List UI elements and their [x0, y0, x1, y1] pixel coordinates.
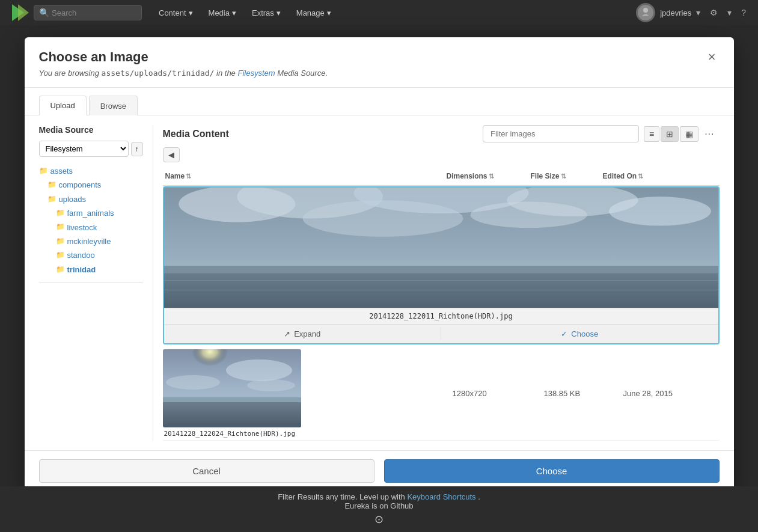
- tab-browse[interactable]: Browse: [89, 96, 138, 115]
- sidebar-divider: [39, 283, 143, 283]
- modal-tabs: Upload Browse: [25, 88, 734, 115]
- content-wrapper: Media Content ≡ ⊞ ▦ ···: [163, 125, 720, 441]
- more-options-button[interactable]: ···: [700, 126, 719, 142]
- nav-right: jpdevries ▾ ⚙ ▾ ?: [636, 3, 751, 22]
- tree-node-farm-animals: 📁 farm_animals: [56, 206, 143, 220]
- column-header-name[interactable]: Name: [165, 172, 447, 180]
- github-text: Eureka is on Github: [344, 501, 413, 510]
- folder-icon: 📁: [56, 221, 65, 234]
- source-sort-button[interactable]: ↑: [131, 142, 143, 156]
- list-view-button[interactable]: ≡: [644, 126, 659, 142]
- image-item-1: 20141228_122024_Richtone(HDR).jpg 1280x7…: [163, 347, 720, 441]
- back-icon: ◀: [168, 150, 174, 159]
- modal-header: Choose an Image You are browsing assets/…: [25, 37, 734, 88]
- sidebar-title: Media Source: [39, 125, 143, 135]
- nav-extras[interactable]: Extras ▾: [245, 5, 288, 21]
- image-list: 20141228_122011_Richtone(HDR).jpg ↗ Expa…: [163, 186, 720, 441]
- source-select[interactable]: Filesystem: [39, 141, 129, 157]
- nav-manage[interactable]: Manage ▾: [289, 5, 338, 21]
- image-item-0: 20141228_122011_Richtone(HDR).jpg ↗ Expa…: [163, 186, 720, 344]
- modal-close-button[interactable]: ×: [705, 49, 720, 65]
- content-top: Media Content ≡ ⊞ ▦ ···: [163, 125, 720, 142]
- expand-icon: ↗: [284, 329, 290, 338]
- folder-icon: 📁: [56, 249, 65, 262]
- username: jpdevries: [660, 8, 691, 17]
- svg-rect-17: [163, 400, 301, 427]
- image-actions-0: ↗ Expand ✓ Choose: [164, 324, 718, 343]
- choose-final-button[interactable]: Choose: [384, 459, 720, 483]
- grid-view-button[interactable]: ⊞: [661, 126, 679, 142]
- tree-children-uploads: 📁 farm_animals 📁 livestock 📁 mckinleyvil…: [47, 206, 143, 277]
- nav-media[interactable]: Media ▾: [201, 5, 243, 21]
- tree-node-assets: 📁 assets: [39, 164, 143, 178]
- file-tree: 📁 assets 📁 components 📁 uploads: [39, 164, 143, 277]
- svg-point-21: [247, 379, 295, 391]
- settings-icon[interactable]: ⚙: [705, 8, 723, 17]
- svg-point-3: [643, 8, 648, 13]
- keyboard-shortcuts-link[interactable]: Keyboard Shortcuts: [407, 492, 475, 501]
- choose-image-modal: Choose an Image You are browsing assets/…: [25, 37, 734, 491]
- folder-icon: 📁: [56, 235, 65, 248]
- modal-footer: Cancel Choose: [25, 450, 734, 491]
- svg-point-10: [302, 200, 463, 237]
- folder-icon: 📁: [47, 193, 57, 206]
- image-thumb-1: [163, 349, 301, 427]
- github-icon[interactable]: ⊙: [6, 513, 752, 526]
- large-grid-view-button[interactable]: ▦: [680, 126, 698, 142]
- svg-rect-12: [164, 269, 718, 308]
- modal-subtitle: You are browsing assets/uploads/trinidad…: [39, 69, 328, 78]
- content-controls: ≡ ⊞ ▦ ···: [483, 125, 720, 142]
- folder-icon: 📁: [47, 179, 57, 192]
- back-button[interactable]: ◀: [163, 147, 180, 162]
- column-header-file-size[interactable]: File Size: [531, 172, 603, 180]
- image-edited-on-1: June 28, 2015: [623, 389, 720, 398]
- svg-point-19: [226, 359, 292, 381]
- content-title: Media Content: [163, 129, 229, 139]
- tree-link-farm-animals[interactable]: farm_animals: [67, 206, 114, 220]
- source-select-row: Filesystem ↑: [39, 141, 143, 157]
- choose-button-0[interactable]: ✓ Choose: [441, 325, 718, 343]
- tree-link-components[interactable]: components: [59, 178, 102, 192]
- tree-node-components: 📁 components: [47, 178, 143, 192]
- svg-rect-13: [164, 266, 718, 273]
- chevron-down-icon: ▾: [232, 8, 236, 17]
- chevron-down-icon: ▾: [277, 8, 281, 17]
- help-icon[interactable]: ?: [736, 8, 751, 17]
- column-header-edited-on[interactable]: Edited On: [603, 172, 699, 180]
- cancel-button[interactable]: Cancel: [39, 459, 374, 483]
- folder-icon: 📁: [56, 207, 65, 220]
- filter-input[interactable]: [483, 125, 639, 142]
- tree-link-mckinleyville[interactable]: mckinleyville: [67, 234, 111, 248]
- app-logo[interactable]: [7, 2, 29, 23]
- nav-links: Content ▾ Media ▾ Extras ▾ Manage ▾: [151, 5, 338, 21]
- settings-chevron-icon: ▾: [727, 8, 732, 17]
- tree-link-trinidad[interactable]: trinidad: [67, 263, 96, 277]
- tree-node-livestock: 📁 livestock: [56, 221, 143, 234]
- image-name-0: 20141228_122011_Richtone(HDR).jpg: [164, 308, 718, 324]
- tree-link-livestock[interactable]: livestock: [67, 221, 97, 234]
- tree-node-uploads: 📁 uploads: [47, 192, 143, 206]
- view-toolbar: ≡ ⊞ ▦ ···: [644, 126, 720, 142]
- tree-link-assets[interactable]: assets: [50, 164, 73, 178]
- filesystem-link[interactable]: Filesystem: [237, 69, 275, 78]
- folder-icon: 📁: [56, 263, 65, 277]
- tree-node-mckinleyville: 📁 mckinleyville: [56, 234, 143, 248]
- tree-children-assets: 📁 components 📁 uploads 📁 farm_animals: [39, 178, 143, 277]
- expand-button-0[interactable]: ↗ Expand: [164, 325, 441, 343]
- column-header-dimensions[interactable]: Dimensions: [447, 172, 531, 180]
- image-dimensions-1: 1280x720: [453, 389, 537, 398]
- tree-link-standoo[interactable]: standoo: [67, 248, 95, 262]
- svg-rect-22: [163, 397, 301, 402]
- svg-point-9: [609, 197, 711, 226]
- tree-link-uploads[interactable]: uploads: [59, 192, 87, 206]
- modal-body: Media Source Filesystem ↑ 📁 assets: [25, 115, 734, 450]
- user-chevron-icon: ▾: [696, 8, 700, 17]
- search-icon: 🔍: [39, 8, 49, 17]
- svg-marker-1: [18, 4, 29, 21]
- modal-header-text: Choose an Image You are browsing assets/…: [39, 49, 328, 78]
- nav-content[interactable]: Content ▾: [151, 5, 200, 21]
- chevron-down-icon: ▾: [327, 8, 331, 17]
- modal-overlay: Choose an Image You are browsing assets/…: [0, 25, 758, 532]
- image-thumb-col-1: 20141228_122024_Richtone(HDR).jpg: [163, 349, 313, 438]
- tab-upload[interactable]: Upload: [39, 96, 87, 115]
